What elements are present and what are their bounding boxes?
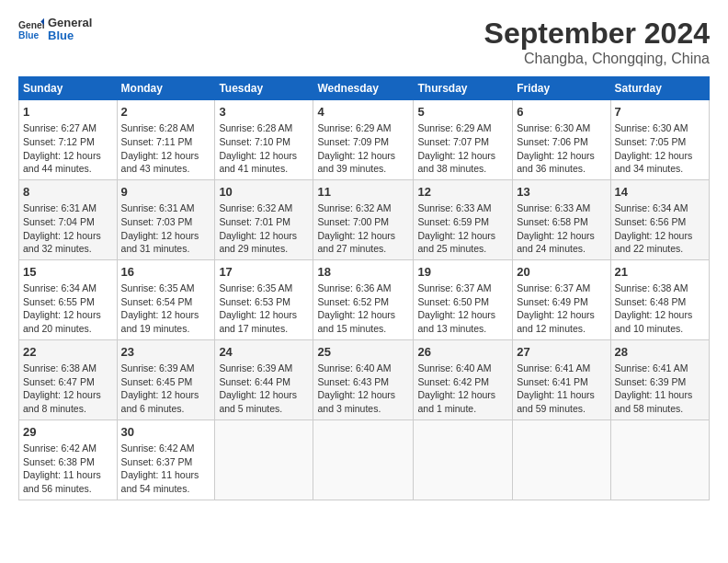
logo-icon: General Blue xyxy=(18,17,44,42)
day-info: Sunset: 6:58 PM xyxy=(517,215,606,229)
day-cell: 17Sunrise: 6:35 AMSunset: 6:53 PMDayligh… xyxy=(215,259,313,339)
day-info: Sunrise: 6:39 AM xyxy=(121,362,211,375)
day-cell xyxy=(610,419,709,500)
day-number: 9 xyxy=(121,184,211,201)
calendar-table: SundayMondayTuesdayWednesdayThursdayFrid… xyxy=(18,76,710,500)
day-number: 21 xyxy=(615,264,705,281)
day-info: Sunrise: 6:29 AM xyxy=(417,121,508,135)
day-info: Sunrise: 6:29 AM xyxy=(317,121,409,135)
day-cell xyxy=(414,419,513,500)
day-info: Daylight: 12 hours xyxy=(417,388,508,402)
day-info: Daylight: 12 hours xyxy=(219,149,309,163)
day-info: Sunset: 6:38 PM xyxy=(23,455,113,469)
day-info: and 8 minutes. xyxy=(23,402,113,416)
day-info: and 13 minutes. xyxy=(417,322,508,336)
day-info: Sunset: 6:43 PM xyxy=(317,375,409,389)
day-number: 28 xyxy=(615,344,705,361)
day-info: Daylight: 12 hours xyxy=(615,149,705,163)
day-info: Daylight: 12 hours xyxy=(417,308,508,322)
day-number: 24 xyxy=(219,344,309,361)
day-cell: 26Sunrise: 6:40 AMSunset: 6:42 PMDayligh… xyxy=(414,339,513,419)
day-info: and 1 minute. xyxy=(417,402,508,416)
location: Changba, Chongqing, China xyxy=(484,51,710,67)
day-info: Sunrise: 6:42 AM xyxy=(121,442,211,455)
day-info: Daylight: 12 hours xyxy=(517,149,606,163)
col-tuesday: Tuesday xyxy=(215,77,313,100)
day-number: 6 xyxy=(517,104,606,121)
day-number: 16 xyxy=(121,264,211,281)
day-cell: 2Sunrise: 6:28 AMSunset: 7:11 PMDaylight… xyxy=(117,100,215,180)
day-info: Daylight: 12 hours xyxy=(417,229,508,243)
day-info: Sunrise: 6:32 AM xyxy=(219,201,309,215)
day-info: and 39 minutes. xyxy=(317,162,409,176)
day-cell: 6Sunrise: 6:30 AMSunset: 7:06 PMDaylight… xyxy=(513,100,610,180)
day-info: Sunset: 6:48 PM xyxy=(615,295,705,309)
col-thursday: Thursday xyxy=(414,77,513,100)
day-info: and 34 minutes. xyxy=(615,162,705,176)
day-cell: 18Sunrise: 6:36 AMSunset: 6:52 PMDayligh… xyxy=(313,259,414,339)
day-info: Sunset: 6:59 PM xyxy=(417,215,508,229)
day-info: Daylight: 12 hours xyxy=(517,308,606,322)
day-number: 5 xyxy=(417,104,508,121)
day-cell xyxy=(313,419,414,500)
day-info: Sunset: 6:42 PM xyxy=(417,375,508,389)
day-info: Sunrise: 6:28 AM xyxy=(121,121,211,135)
day-cell xyxy=(513,419,610,500)
day-info: Sunrise: 6:41 AM xyxy=(517,362,606,375)
day-number: 19 xyxy=(417,264,508,281)
day-number: 29 xyxy=(23,424,113,441)
day-number: 7 xyxy=(615,104,705,121)
day-info: Sunset: 7:07 PM xyxy=(417,135,508,149)
day-number: 10 xyxy=(219,184,309,201)
day-info: Sunset: 6:47 PM xyxy=(23,375,113,389)
header-row: SundayMondayTuesdayWednesdayThursdayFrid… xyxy=(19,77,710,100)
day-info: and 36 minutes. xyxy=(517,162,606,176)
day-info: Daylight: 12 hours xyxy=(615,308,705,322)
day-info: and 32 minutes. xyxy=(23,242,113,256)
day-info: Daylight: 12 hours xyxy=(317,149,409,163)
day-info: Sunrise: 6:35 AM xyxy=(121,282,211,295)
day-info: Sunset: 6:49 PM xyxy=(517,295,606,309)
day-info: Daylight: 12 hours xyxy=(219,388,309,402)
day-cell: 7Sunrise: 6:30 AMSunset: 7:05 PMDaylight… xyxy=(610,100,709,180)
day-info: Daylight: 12 hours xyxy=(417,149,508,163)
day-info: Sunset: 7:12 PM xyxy=(23,135,113,149)
day-info: Sunrise: 6:37 AM xyxy=(417,282,508,295)
week-row-1: 8Sunrise: 6:31 AMSunset: 7:04 PMDaylight… xyxy=(19,179,710,259)
day-info: Sunset: 6:53 PM xyxy=(219,295,309,309)
day-number: 8 xyxy=(23,184,113,201)
day-info: Sunset: 6:56 PM xyxy=(615,215,705,229)
day-info: Daylight: 12 hours xyxy=(317,229,409,243)
day-cell: 14Sunrise: 6:34 AMSunset: 6:56 PMDayligh… xyxy=(610,179,709,259)
day-info: Sunrise: 6:38 AM xyxy=(23,362,113,375)
day-info: Daylight: 12 hours xyxy=(121,388,211,402)
day-info: and 31 minutes. xyxy=(121,242,211,256)
day-info: Sunset: 6:39 PM xyxy=(615,375,705,389)
svg-text:General: General xyxy=(18,20,44,30)
day-cell: 8Sunrise: 6:31 AMSunset: 7:04 PMDaylight… xyxy=(19,179,118,259)
header: General Blue General Blue September 2024… xyxy=(18,17,710,67)
day-info: Sunset: 7:01 PM xyxy=(219,215,309,229)
day-cell: 12Sunrise: 6:33 AMSunset: 6:59 PMDayligh… xyxy=(414,179,513,259)
day-info: Sunrise: 6:28 AM xyxy=(219,121,309,135)
day-info: and 38 minutes. xyxy=(417,162,508,176)
day-cell: 16Sunrise: 6:35 AMSunset: 6:54 PMDayligh… xyxy=(117,259,215,339)
day-cell: 25Sunrise: 6:40 AMSunset: 6:43 PMDayligh… xyxy=(313,339,414,419)
day-info: and 10 minutes. xyxy=(615,322,705,336)
week-row-3: 22Sunrise: 6:38 AMSunset: 6:47 PMDayligh… xyxy=(19,339,710,419)
day-info: Sunset: 6:44 PM xyxy=(219,375,309,389)
day-info: and 56 minutes. xyxy=(23,482,113,496)
day-info: Daylight: 12 hours xyxy=(23,388,113,402)
day-info: Sunset: 7:05 PM xyxy=(615,135,705,149)
day-info: Sunset: 7:04 PM xyxy=(23,215,113,229)
day-info: Sunrise: 6:30 AM xyxy=(615,121,705,135)
day-cell xyxy=(215,419,313,500)
day-info: Daylight: 12 hours xyxy=(23,229,113,243)
day-info: Sunrise: 6:39 AM xyxy=(219,362,309,375)
day-number: 3 xyxy=(219,104,309,121)
day-cell: 23Sunrise: 6:39 AMSunset: 6:45 PMDayligh… xyxy=(117,339,215,419)
day-info: Sunrise: 6:40 AM xyxy=(417,362,508,375)
day-cell: 9Sunrise: 6:31 AMSunset: 7:03 PMDaylight… xyxy=(117,179,215,259)
day-cell: 13Sunrise: 6:33 AMSunset: 6:58 PMDayligh… xyxy=(513,179,610,259)
day-info: Sunrise: 6:33 AM xyxy=(417,201,508,215)
